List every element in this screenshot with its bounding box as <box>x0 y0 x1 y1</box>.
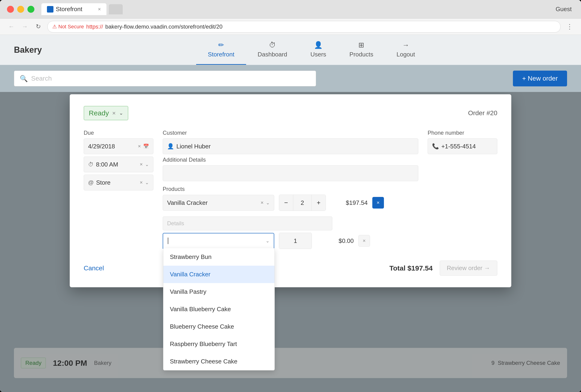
due-date-calendar-icon[interactable]: 📅 <box>143 143 149 149</box>
product-1-select[interactable]: Vanilla Cracker × ⌄ <box>163 195 274 211</box>
browser-titlebar: Storefront × Guest <box>0 0 581 18</box>
customer-group: Customer 👤 Lionel Huber Additional Detai… <box>163 130 418 249</box>
product-2-select[interactable]: ⌄ Strawberry Bun Vanilla Cracker <box>163 233 274 249</box>
nav-label-users: Users <box>310 51 326 58</box>
dropdown-item-blueberry-cheese-cake[interactable]: Blueberry Cheese Cake <box>164 318 274 335</box>
product-row-2-wrapper: ⌄ Strawberry Bun Vanilla Cracker <box>163 233 418 249</box>
close-window-button[interactable] <box>7 6 14 13</box>
due-location-input[interactable]: @ Store × ⌄ <box>84 175 154 190</box>
modal-overlay: Ready × ⌄ Order #20 Due 4/29/2018 <box>0 92 581 392</box>
url-https: https:// <box>86 23 103 30</box>
total-label: Total $197.54 <box>389 264 432 272</box>
dropdown-item-vanilla-blueberry-cake[interactable]: Vanilla Blueberry Cake <box>164 301 274 318</box>
tab-title: Storefront <box>56 5 82 13</box>
refresh-button[interactable]: ↻ <box>34 22 43 31</box>
customer-input[interactable]: 👤 Lionel Huber <box>163 138 418 154</box>
browser-tab[interactable]: Storefront × <box>41 3 106 15</box>
due-time-expand-icon[interactable]: ⌄ <box>145 162 149 167</box>
product-1-qty-decrease[interactable]: − <box>279 195 293 211</box>
status-label: Ready <box>89 109 109 117</box>
back-button[interactable]: ← <box>7 22 16 31</box>
due-time-clear-icon[interactable]: × <box>140 161 143 167</box>
dropdown-item-vanilla-pastry[interactable]: Vanilla Pastry <box>164 283 274 301</box>
product-1-clear-icon[interactable]: × <box>260 200 264 206</box>
dashboard-icon: ⏱ <box>269 41 276 49</box>
product-1-qty-increase[interactable]: + <box>312 195 326 211</box>
due-label: Due <box>84 130 154 136</box>
product-1-remove-button[interactable]: × <box>372 197 384 209</box>
product-1-price: $197.54 <box>330 199 368 206</box>
app-logo: Bakery <box>14 45 42 55</box>
customer-label: Customer <box>163 130 418 136</box>
storefront-icon: ✏ <box>218 41 224 49</box>
product-2-chevron-icon[interactable]: ⌄ <box>266 238 270 244</box>
search-icon: 🔍 <box>20 75 28 82</box>
product-1-qty-control: − 2 + <box>279 195 326 211</box>
product-1-name: Vanilla Cracker <box>167 199 208 206</box>
nav-label-dashboard: Dashboard <box>258 51 287 58</box>
new-order-button[interactable]: + New order <box>513 71 567 86</box>
due-time-input[interactable]: ⏱ 8:00 AM × ⌄ <box>84 156 154 172</box>
product-2-qty-value: 1 <box>279 233 312 249</box>
forward-button[interactable]: → <box>20 22 29 31</box>
new-tab-button[interactable] <box>109 4 123 14</box>
main-content: Ready 12:00 PM Bakery 9 Strawberry Chees… <box>0 92 581 392</box>
nav-label-logout: Logout <box>396 51 415 58</box>
due-location-clear-icon[interactable]: × <box>140 180 143 186</box>
maximize-window-button[interactable] <box>28 6 34 13</box>
order-number: Order #20 <box>468 109 497 117</box>
modal-header: Ready × ⌄ Order #20 <box>84 106 497 120</box>
products-icon: ⊞ <box>358 41 364 49</box>
product-dropdown-menu: Strawberry Bun Vanilla Cracker Vanilla P… <box>163 248 275 371</box>
more-options-button[interactable]: ⋮ <box>565 22 574 31</box>
nav-item-products[interactable]: ⊞ Products <box>338 35 385 65</box>
phone-input[interactable]: 📞 +1-555-4514 <box>428 138 497 154</box>
dropdown-item-raspberry-blueberry-tart[interactable]: Raspberry Blueberry Tart <box>164 335 274 353</box>
customer-icon: 👤 <box>167 143 174 150</box>
footer-right: Total $197.54 Review order → <box>389 261 497 276</box>
additional-details-input[interactable] <box>163 165 418 181</box>
product-2-remove-button[interactable]: × <box>358 235 370 247</box>
dropdown-item-strawberry-cheese-cake[interactable]: Strawberry Cheese Cake <box>164 353 274 370</box>
form-section: Due 4/29/2018 × 📅 ⏱ 8:00 AM × ⌄ <box>84 130 497 249</box>
phone-icon: 📞 <box>432 143 439 150</box>
search-input[interactable]: Search <box>31 75 52 82</box>
status-clear-icon[interactable]: × <box>112 110 116 117</box>
product-1-details-input[interactable]: Details <box>163 216 332 230</box>
dropdown-item-vanilla-cracker[interactable]: Vanilla Cracker <box>164 266 274 283</box>
cursor-blink <box>168 238 168 244</box>
nav-item-dashboard[interactable]: ⏱ Dashboard <box>246 35 299 65</box>
due-date-input[interactable]: 4/29/2018 × 📅 <box>84 138 154 154</box>
product-2-price: $0.00 <box>316 237 354 245</box>
due-date-value: 4/29/2018 <box>88 143 115 150</box>
dropdown-item-strawberry-bun[interactable]: Strawberry Bun <box>164 248 274 266</box>
status-badge[interactable]: Ready × ⌄ <box>84 106 128 120</box>
search-input-wrap[interactable]: 🔍 Search <box>14 71 316 86</box>
nav-item-storefront[interactable]: ✏ Storefront <box>196 35 246 65</box>
phone-value: +1-555-4514 <box>441 143 476 150</box>
nav-item-users[interactable]: 👤 Users <box>299 35 338 65</box>
nav-items: ✏ Storefront ⏱ Dashboard 👤 Users ⊞ Produ… <box>56 35 567 65</box>
nav-item-logout[interactable]: → Logout <box>385 35 427 65</box>
additional-label: Additional Details <box>163 156 418 163</box>
tab-close-icon[interactable]: × <box>98 6 101 12</box>
security-warning: ⚠ Not Secure <box>52 24 84 30</box>
nav-label-products: Products <box>350 51 374 58</box>
product-1-qty-value: 2 <box>293 195 312 211</box>
url-path: bakery-flow.demo.vaadin.com/storefront/e… <box>105 23 222 30</box>
product-1-chevron-icon[interactable]: ⌄ <box>266 200 270 206</box>
cancel-button[interactable]: Cancel <box>84 265 104 272</box>
not-secure-label: Not Secure <box>58 24 84 30</box>
status-chevron-icon[interactable]: ⌄ <box>119 110 123 116</box>
address-bar[interactable]: ⚠ Not Secure https://bakery-flow.demo.va… <box>48 21 560 32</box>
nav-label-storefront: Storefront <box>208 51 234 58</box>
app-container: Bakery ✏ Storefront ⏱ Dashboard 👤 Users … <box>0 35 581 392</box>
search-bar-area: 🔍 Search + New order <box>0 65 581 92</box>
review-order-button[interactable]: Review order → <box>440 261 497 276</box>
modal-footer: Cancel Total $197.54 Review order → <box>84 256 497 276</box>
minimize-window-button[interactable] <box>17 6 24 13</box>
due-location-expand-icon[interactable]: ⌄ <box>145 180 149 185</box>
due-date-clear-icon[interactable]: × <box>138 143 141 149</box>
phone-label: Phone number <box>428 130 497 136</box>
location-icon: @ <box>88 179 94 186</box>
